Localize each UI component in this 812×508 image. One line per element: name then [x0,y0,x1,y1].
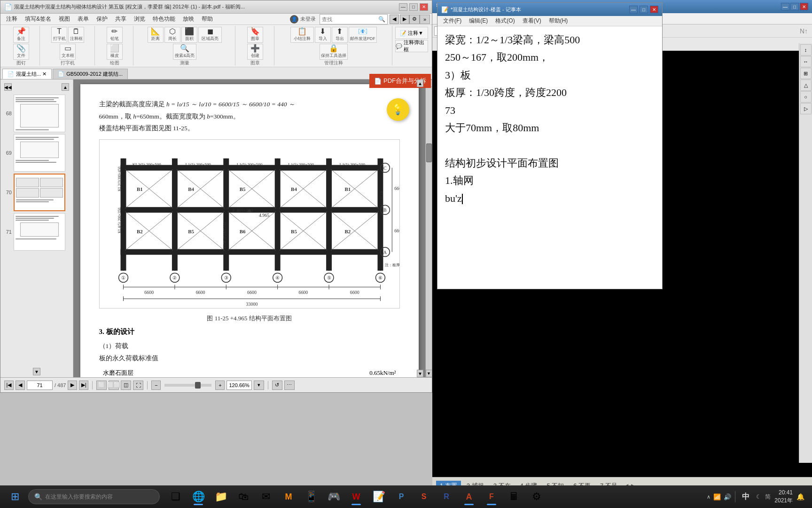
notification-hint-btn[interactable]: 💡 [387,98,409,121]
stamp-btn[interactable]: 🔖 图章 [247,27,263,43]
next-page-btn[interactable]: ▶ [68,381,77,390]
taskbar-app-foxit[interactable]: F [481,487,502,506]
typewriter-btn[interactable]: T 打字机 [51,27,67,43]
annotation-frame-btn[interactable]: 🗒 注释框 [68,27,84,43]
menu-view[interactable]: 视图 [55,14,74,24]
taskbar-app-phone[interactable]: 📱 [301,487,321,506]
page-input[interactable] [27,381,53,390]
taskbar-app-mail[interactable]: ✉ [256,487,276,506]
notepad-minimize-btn[interactable]: — [629,6,638,13]
scroll-up-btn[interactable]: ▲ [417,79,423,87]
scroll-track[interactable] [426,87,432,370]
thumb-img-69[interactable] [14,134,65,172]
zoom-in-btn[interactable]: + [215,381,225,390]
minimize-btn[interactable]: — [399,3,407,11]
continuous-page-btn[interactable]: ⬜⬜ [109,381,119,390]
thumb-up-btn[interactable]: ▲ [62,83,69,91]
cad-rtool-1[interactable]: ↕ [800,44,812,56]
small-note-btn[interactable]: 📋 小结注释 [290,27,314,43]
perimeter-btn[interactable]: ⬡ 周长 [164,27,180,43]
menu-present[interactable]: 放映 [179,14,198,24]
systray-arrow[interactable]: ∧ [707,494,710,500]
zoom-dropdown-btn[interactable]: ▾ [254,381,264,390]
textbox-btn[interactable]: ▭ 文本框 [60,44,76,60]
menu-special[interactable]: 特色功能 [149,14,179,24]
tab-pdf2[interactable]: 📄 GB50009-2012 建筑结... [53,69,128,79]
thumb-down-btn[interactable]: ▼ [33,368,40,375]
file-btn[interactable]: 📎 文件 [13,44,29,60]
taskbar-search-placeholder[interactable]: 在这里输入你要搜索的内容 [45,493,113,501]
notification-icon[interactable]: 🔔 [796,493,804,500]
taskbar-app-cad[interactable]: A [459,487,479,506]
import-btn[interactable]: ⬇ 导入 [315,27,331,43]
thumbnail-70[interactable]: 70 [2,174,71,211]
scroll-thumb[interactable] [426,143,432,162]
pencil-btn[interactable]: ✏ 铅笔 [107,27,123,43]
taskbar-app-store[interactable]: 🛍 [233,487,254,506]
thumb-img-71[interactable] [14,213,65,251]
taskbar-lang-indicator[interactable]: 中 [739,492,752,502]
annotation-popup-btn[interactable]: 💬 注释弹出框 [395,40,428,52]
cad-restore-btn[interactable]: □ [790,3,799,10]
prev-page-btn[interactable]: ◀ [16,381,25,390]
menu-annotation[interactable]: 注释 [2,14,21,24]
taskbar-app-calc[interactable]: 🖩 [504,487,524,506]
area-btn[interactable]: ⬛ 面积 [181,27,197,43]
taskbar-app-wps[interactable]: W [346,487,367,506]
export-btn[interactable]: ⬆ 导出 [332,27,348,43]
more-btn[interactable]: » [420,15,430,24]
start-button[interactable]: ⊞ [4,487,26,506]
search-prev-btn[interactable]: ◀ [390,15,399,24]
notepad-close-btn[interactable]: ✕ [650,6,658,13]
zoom-out-btn[interactable]: − [151,381,161,390]
cad-rtool-5[interactable]: ○ [800,91,812,103]
cad-rtool-3[interactable]: ⊞ [800,68,812,79]
note-btn[interactable]: 📌 备注 [13,27,29,43]
search-icon[interactable]: 🔍 [378,16,385,23]
cad-rtool-2[interactable]: ↔ [800,56,812,67]
rotate-btn[interactable]: ↺ [272,381,282,390]
menu-protect[interactable]: 保护 [93,14,111,24]
taskbar-app-sketchup[interactable]: S [414,487,434,506]
distance-btn[interactable]: 📐 距离 [148,27,164,43]
taskbar-time[interactable]: 20:41 2021年 [774,489,793,505]
scroll-down-btn[interactable]: ▼ [417,370,423,377]
close-btn[interactable]: ✕ [420,3,428,11]
thumbnail-71[interactable]: 71 [2,213,71,251]
pdf-main-view[interactable]: ▲ 💡 主梁的截面高度应满足 h = l₀/15 ～ l₀/10 = 6600/… [73,79,425,377]
cad-rtool-4[interactable]: △ [800,79,812,91]
thumbnail-68[interactable]: 68 [2,95,71,132]
search-input[interactable] [322,16,378,22]
taskbar-app-xiaomi[interactable]: M [278,487,299,506]
cad-close-btn[interactable]: ✕ [800,3,808,10]
notepad-menu-help[interactable]: 帮助(H) [545,16,572,26]
taskbar-app-explorer[interactable]: 📁 [211,487,231,506]
menu-share[interactable]: 共享 [111,14,130,24]
notepad-maximize-btn[interactable]: □ [640,6,648,13]
notepad-menu-edit[interactable]: 编辑(E) [465,16,492,26]
tab-pdf1[interactable]: 📄 混凝土结... ✕ [2,69,52,79]
search-next-btn[interactable]: ▶ [400,15,409,24]
region-highlight-btn[interactable]: ◼ 区域高亮 [198,27,222,43]
search-highlight-btn[interactable]: 🔍 搜索&高亮 [173,44,196,60]
pdf-scrollbar[interactable]: ▲ ▼ [425,79,432,377]
menu-fill-sign[interactable]: 填写&签名 [21,14,55,24]
annotation-dropdown-btn[interactable]: 📝 注释▼ [395,27,428,39]
email-pdf-btn[interactable]: 📧 邮件发送PDF [349,27,377,43]
taskbar-app-game[interactable]: 🎮 [323,487,344,506]
keep-tool-btn[interactable]: 🔒 保持工具选择 [320,44,348,60]
notepad-content-area[interactable]: 梁宽：1/2～1/3梁高，梁高500 250～167，取200mm， 3）板 板… [437,26,662,289]
last-page-btn[interactable]: ▶| [79,381,88,390]
cad-rtool-6[interactable]: ▷ [800,103,812,114]
maximize-btn[interactable]: □ [409,3,418,11]
menu-form[interactable]: 表单 [74,14,93,24]
single-page-btn[interactable]: ⬜ [96,381,107,390]
facing-page-btn[interactable]: ◫ [121,381,131,390]
menu-browse[interactable]: 浏览 [130,14,149,24]
thumbnail-69[interactable]: 69 [2,134,71,172]
search-box[interactable]: 🔍 [320,14,388,24]
taskbar-app-edge[interactable]: 🌐 [188,487,209,506]
more-tools-btn[interactable]: ⋯ [284,381,295,390]
thumb-img-68[interactable] [14,95,65,132]
taskbar-app-note[interactable]: 📝 [368,487,389,506]
